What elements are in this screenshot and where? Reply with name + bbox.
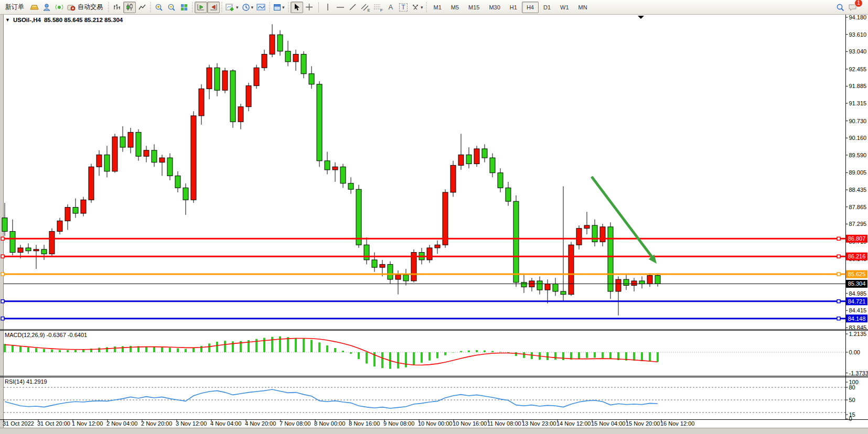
timeframe-D1[interactable]: D1 bbox=[539, 2, 555, 13]
equidistant-channel-tool-button[interactable]: E bbox=[359, 2, 372, 13]
zoom-in-button[interactable] bbox=[153, 2, 165, 13]
timeframe-M1[interactable]: M1 bbox=[428, 2, 446, 13]
line-anchor-handle[interactable] bbox=[1, 273, 4, 276]
symbol-dropdown-icon[interactable]: ▼ bbox=[5, 17, 10, 23]
chart-shift-icon bbox=[209, 3, 218, 11]
auto-scroll-icon bbox=[197, 3, 205, 11]
crosshair-tool-button[interactable] bbox=[303, 2, 316, 13]
rsi-tick-label: 80 bbox=[849, 384, 855, 390]
user-profile-icon[interactable] bbox=[40, 2, 53, 13]
line-anchor-handle[interactable] bbox=[1, 255, 4, 258]
candle-body bbox=[474, 149, 479, 164]
candle-body bbox=[490, 158, 495, 173]
timeframe-H4[interactable]: H4 bbox=[522, 2, 539, 13]
bar-chart-button[interactable] bbox=[111, 2, 123, 13]
candle-body bbox=[41, 249, 47, 254]
auto-scroll-button[interactable] bbox=[195, 2, 207, 13]
time-tick-label: 31 Oct 20:00 bbox=[37, 420, 70, 427]
indicators-caret-icon[interactable]: ▾ bbox=[236, 5, 239, 10]
price-level-badge-label: 86.216 bbox=[848, 253, 866, 259]
price-tick-label: 87.295 bbox=[849, 221, 867, 227]
ohlc-values: 85.580 85.645 85.212 85.304 bbox=[44, 17, 123, 23]
timeframe-M30[interactable]: M30 bbox=[484, 2, 505, 13]
toolbar-grip bbox=[192, 2, 193, 13]
timeframe-MN[interactable]: MN bbox=[574, 2, 592, 13]
new-order-label: 新订单 bbox=[3, 3, 26, 12]
periods-button[interactable]: ▾ bbox=[240, 2, 255, 13]
candle-body bbox=[81, 200, 86, 213]
arrows-caret-icon[interactable]: ▾ bbox=[421, 5, 423, 10]
time-tick-label: 1 Nov 12:00 bbox=[72, 420, 103, 427]
new-order-button[interactable]: 新订单 bbox=[2, 2, 28, 13]
trendline-tool-button[interactable] bbox=[347, 2, 359, 13]
toolbar: 新订单 自动交易 bbox=[0, 0, 868, 15]
rsi-indicator-label: RSI(14) 41.2919 bbox=[5, 378, 47, 385]
line-chart-button[interactable] bbox=[136, 2, 148, 13]
line-anchor-handle[interactable] bbox=[837, 300, 840, 303]
line-anchor-handle[interactable] bbox=[1, 300, 4, 303]
candle-body bbox=[159, 158, 165, 162]
fibonacci-tool-button[interactable]: F bbox=[372, 2, 384, 13]
time-tick-label: 4 Nov 04:00 bbox=[210, 420, 241, 427]
vertical-line-tool-button[interactable] bbox=[322, 2, 334, 13]
toolbar-separator bbox=[318, 2, 319, 13]
line-anchor-handle[interactable] bbox=[1, 237, 4, 240]
candle-body bbox=[443, 192, 448, 245]
time-tick-label: 2 Nov 20:00 bbox=[141, 420, 172, 427]
horizontal-line-tool-button[interactable] bbox=[334, 2, 347, 13]
candle-body bbox=[136, 132, 141, 156]
signal-glyph bbox=[55, 3, 63, 11]
window-layout-button[interactable]: ▾ bbox=[272, 2, 286, 13]
periods-caret-icon[interactable]: ▾ bbox=[251, 5, 254, 10]
chart-shift-button[interactable] bbox=[207, 2, 220, 13]
candle-body bbox=[104, 155, 110, 171]
zoom-out-button[interactable] bbox=[165, 2, 178, 13]
toolbar-grip bbox=[150, 2, 151, 13]
indicators-button[interactable]: ▾ bbox=[224, 2, 240, 13]
price-tick-label: 87.865 bbox=[849, 204, 867, 210]
candle-body bbox=[639, 281, 645, 284]
text-label-tool-button[interactable]: T bbox=[397, 2, 410, 13]
signal-icon[interactable] bbox=[53, 2, 66, 13]
chart-canvas[interactable]: 94.18093.61093.04092.45591.88591.31590.7… bbox=[0, 0, 868, 434]
text-tool-button[interactable]: A bbox=[384, 2, 397, 13]
chart-shift-marker[interactable] bbox=[638, 16, 644, 19]
line-anchor-handle[interactable] bbox=[837, 273, 840, 276]
notifications-button[interactable]: 1 bbox=[846, 2, 859, 13]
toolbar-grip bbox=[426, 2, 427, 13]
candle-body bbox=[230, 71, 235, 122]
candle-body bbox=[584, 225, 590, 229]
candle-body bbox=[513, 201, 519, 283]
mt4-terminal: 新订单 自动交易 bbox=[0, 0, 868, 434]
line-anchor-handle[interactable] bbox=[837, 237, 840, 240]
timeframe-H1[interactable]: H1 bbox=[505, 2, 522, 13]
indicators-icon bbox=[226, 3, 235, 12]
rsi-name: RSI(14) bbox=[5, 378, 25, 385]
timeframe-M5[interactable]: M5 bbox=[446, 2, 464, 13]
arrows-tool-button[interactable]: ▾ bbox=[410, 2, 425, 13]
candle-body bbox=[466, 155, 471, 164]
trend-arrow[interactable] bbox=[592, 177, 652, 257]
tile-windows-button[interactable] bbox=[178, 2, 190, 13]
search-button[interactable] bbox=[834, 2, 846, 13]
candle-body bbox=[175, 176, 180, 188]
timeframe-M15[interactable]: M15 bbox=[464, 2, 484, 13]
price-tick-label: 89.590 bbox=[849, 152, 867, 158]
cursor-tool-button[interactable] bbox=[291, 2, 303, 13]
line-anchor-handle[interactable] bbox=[837, 317, 840, 320]
line-anchor-handle[interactable] bbox=[1, 317, 4, 320]
auto-trading-icon bbox=[67, 3, 76, 11]
candle-body bbox=[277, 35, 283, 51]
candlestick-chart-button[interactable] bbox=[123, 2, 136, 13]
line-anchor-handle[interactable] bbox=[837, 255, 840, 258]
templates-button[interactable] bbox=[255, 2, 267, 13]
candle-body bbox=[506, 188, 511, 201]
time-tick-label: 14 Nov 12:00 bbox=[556, 420, 591, 427]
timeframe-W1[interactable]: W1 bbox=[555, 2, 574, 13]
window-layout-caret-icon[interactable]: ▾ bbox=[282, 5, 285, 10]
candle-body bbox=[309, 74, 314, 84]
candle-body bbox=[561, 291, 566, 295]
price-tick-label: 84.415 bbox=[849, 307, 867, 313]
gold-bar-icon[interactable] bbox=[28, 2, 40, 13]
auto-trading-button[interactable]: 自动交易 bbox=[66, 2, 106, 13]
